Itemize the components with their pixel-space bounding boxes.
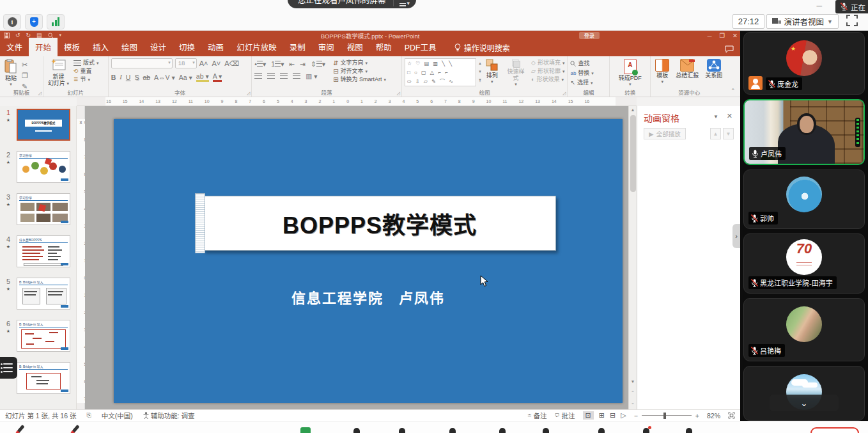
drawing-dialog-launcher[interactable]: ◿ (562, 91, 566, 96)
move-later-button[interactable]: ▼ (723, 128, 734, 139)
annotation-pen2-icon[interactable] (72, 425, 79, 433)
share-screen-icon[interactable] (300, 427, 311, 433)
arrange-button[interactable]: 排列 ▾ (484, 58, 500, 88)
minimize-icon[interactable]: ─ (816, 1, 822, 10)
fullscreen-button[interactable] (846, 15, 859, 28)
bullets-button[interactable]: •▾ (254, 60, 266, 68)
thumbnail-slide-3[interactable]: 3★ 学习分享 (0, 193, 76, 225)
font-dialog-launcher[interactable]: ◿ (247, 91, 250, 96)
slide-2-preview[interactable]: 学习分享 (17, 151, 70, 183)
signin-button[interactable]: 登录 (579, 32, 600, 39)
copy-icon[interactable]: ❐ (22, 72, 28, 80)
view-mode-dropdown[interactable]: 演讲者视图 ▼ (766, 14, 839, 29)
toolbar-icon[interactable] (353, 428, 360, 433)
thumbnail-slide-2[interactable]: 2★ 学习分享 (0, 151, 76, 183)
play-all-button[interactable]: ▶ 全部播放 (644, 128, 686, 139)
corner-mic-widget[interactable]: 正在 (835, 0, 868, 13)
slide-sorter-button[interactable]: ⊞ (599, 411, 605, 420)
zoom-percent[interactable]: 82% (707, 412, 720, 420)
slide-7-preview[interactable]: B: Bridge-in 导入 (17, 362, 70, 394)
tab-slideshow[interactable]: 幻灯片放映 (230, 38, 283, 56)
clipboard-dialog-launcher[interactable]: ◿ (38, 91, 42, 96)
language-status[interactable]: 中文(中国) (102, 411, 133, 420)
comments-button[interactable]: 🗩批注 (555, 411, 575, 420)
slideshow-button[interactable]: ▷ (621, 411, 626, 420)
shadow-button[interactable]: S (134, 74, 139, 81)
select-button[interactable]: ↖选择▾ (570, 79, 593, 86)
smartart-button[interactable]: ⊞转换为 SmartArt▾ (333, 76, 386, 83)
banner-menu-icon[interactable]: ▾ (399, 0, 410, 6)
thumbnail-slide-4[interactable]: 4★ 什么是BOPPPS (0, 235, 76, 267)
scroll-down-icon[interactable]: ▼ (629, 379, 637, 384)
notes-button[interactable]: ≐备注 (527, 411, 547, 420)
char-spacing-button[interactable]: A⇔V ▾ (154, 74, 175, 81)
change-case-button[interactable]: Aa ▾ (179, 74, 192, 81)
tab-help[interactable]: 帮助 (369, 38, 398, 56)
decrease-indent-button[interactable]: ⇤ (289, 60, 295, 68)
participant-tile-video[interactable]: 卢凤伟 (743, 99, 865, 165)
zoom-control[interactable]: − + (634, 412, 699, 420)
scroll-up-icon[interactable]: ▲ (629, 107, 637, 112)
participant-tile[interactable]: ⌄ (743, 366, 865, 421)
quick-styles-button[interactable]: 快速样式 ▾ (503, 58, 529, 88)
meeting-security-button[interactable] (25, 14, 43, 29)
slide-scrollbar[interactable]: ▲ ▼ ⌃ ⌄ (628, 106, 637, 409)
shrink-font-button[interactable]: A˅ (212, 59, 221, 67)
shapes-gallery[interactable]: ☆ ♡ ▤ ▥ ╲ ╲□ ○ ▢ △ ⌐ ⌐⇨ ⇩ ▱ ✎ ⌒ ∿ (405, 58, 476, 86)
tab-view[interactable]: 视图 (341, 38, 369, 56)
font-color-button[interactable]: A ▾ (213, 72, 222, 82)
cut-icon[interactable]: ✂ (22, 61, 28, 69)
tab-insert[interactable]: 插入 (86, 38, 115, 56)
slide-3-preview[interactable]: 学习分享 (17, 193, 70, 225)
thumbnail-slide-1[interactable]: 1★ BOPPPS教学模式 (0, 109, 76, 141)
sidebar-collapse-handle[interactable]: › (732, 224, 740, 248)
shapes-scroll-down[interactable]: ▾ (479, 69, 481, 74)
participant-tile[interactable]: 70 黑龙江职业学院-田海宇 (743, 233, 865, 294)
slide-title-box[interactable]: BOPPPS教学模式 (203, 196, 556, 251)
section-button[interactable]: ≣节▾ (74, 76, 99, 83)
tab-template[interactable]: 模板 (58, 38, 86, 56)
align-left-button[interactable] (254, 72, 262, 80)
tab-file[interactable]: 文件 (0, 38, 29, 56)
relation-chart-button[interactable]: 关系图 (703, 58, 724, 88)
slide-canvas[interactable]: BOPPPS教学模式 信息工程学院 卢凤伟 (85, 106, 628, 409)
columns-button[interactable]: ▥ ▾ (306, 72, 317, 80)
win-minimize-icon[interactable]: ─ (708, 32, 712, 39)
slide-6-preview[interactable]: B: Bridge-in 导入 (17, 320, 70, 352)
slide-1-preview[interactable]: BOPPPS教学模式 (17, 109, 70, 141)
text-direction-button[interactable]: ⇵文字方向▾ (333, 59, 386, 67)
pane-options-icon[interactable]: ▼ (713, 114, 718, 120)
layout-button[interactable]: 版式▾ (74, 59, 99, 67)
zoom-out-icon[interactable]: − (634, 412, 638, 420)
font-size-combobox[interactable]: 18 (175, 58, 197, 68)
new-slide-button[interactable]: 新建 幻灯片 ▾ (46, 58, 71, 88)
tab-home[interactable]: 开始 (29, 38, 58, 56)
italic-button[interactable]: I (120, 74, 122, 81)
network-status-button[interactable] (47, 14, 65, 29)
clear-format-button[interactable]: A⌫ (224, 59, 239, 68)
summary-report-button[interactable]: 总结汇报 (674, 58, 701, 88)
tab-design[interactable]: 设计 (144, 38, 173, 56)
watching-banner[interactable]: 您正在观看卢凤伟的屏幕 ▾ (288, 0, 416, 8)
tab-pdf-tools[interactable]: PDF工具 (398, 38, 443, 56)
shape-effects-button[interactable]: ◐形状效果▾ (531, 76, 564, 83)
accessibility-status[interactable]: 辅助功能: 调查 (143, 411, 195, 420)
thumbnail-slide-5[interactable]: 5★ B: Bridge-in 导入 (0, 278, 76, 310)
shapes-more[interactable]: ▾̱ (479, 77, 481, 83)
tab-record[interactable]: 录制 (283, 38, 312, 56)
participant-tile[interactable]: 吕艳梅 (743, 298, 865, 361)
toolbar-icon[interactable] (499, 428, 506, 433)
align-center-button[interactable] (267, 72, 275, 80)
replace-button[interactable]: ab替换▾ (570, 70, 593, 77)
toolbar-icon[interactable] (686, 428, 692, 433)
justify-button[interactable] (293, 72, 300, 80)
participant-tile[interactable]: 郭帅 (743, 169, 865, 229)
win-restore-icon[interactable]: ❐ (720, 32, 725, 39)
win-close-icon[interactable]: ✕ (732, 32, 738, 39)
increase-indent-button[interactable]: ⇥ (300, 60, 306, 68)
zoom-slider[interactable] (642, 415, 692, 416)
ribbon-collapse[interactable]: ⌃ (727, 56, 740, 97)
tab-draw[interactable]: 绘图 (115, 38, 144, 56)
thumbnail-slide-6[interactable]: 6★ B: Bridge-in 导入 (0, 320, 76, 352)
underline-button[interactable]: U (126, 74, 131, 81)
